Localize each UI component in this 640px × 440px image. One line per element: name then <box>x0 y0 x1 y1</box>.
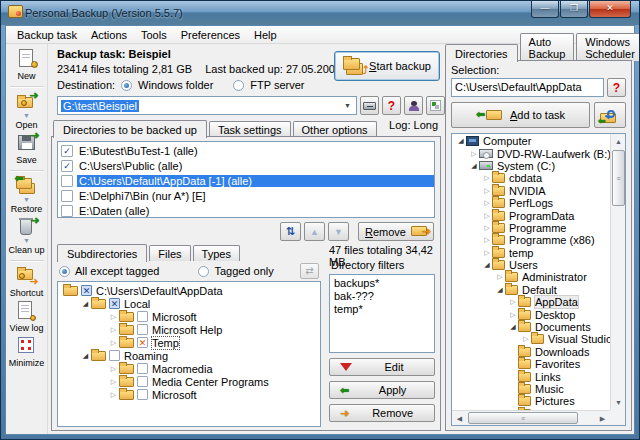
directory-checkbox[interactable] <box>61 190 73 202</box>
backup-directory-list[interactable]: E:\Butest\BuTest-1 (alle) C:\Users\Publi… <box>57 141 435 218</box>
filter-item[interactable]: temp* <box>334 303 430 316</box>
tab-files[interactable]: Files <box>149 245 190 261</box>
tag-checkbox[interactable] <box>81 285 92 296</box>
expander-icon[interactable] <box>108 339 119 347</box>
chevron-down-icon[interactable]: ▼ <box>23 197 30 203</box>
menu-item[interactable]: Help <box>247 27 284 43</box>
close-window-button[interactable]: ✕ <box>589 1 631 18</box>
computer-tree-row[interactable]: AppData <box>452 296 610 308</box>
tab-directories-to-backup[interactable]: Directories to be backed up <box>53 120 207 138</box>
menu-item[interactable]: Actions <box>84 27 134 43</box>
tag-checkbox[interactable] <box>137 376 148 387</box>
sidebar-item-restore[interactable]: ⬅ ▼ Restore <box>11 175 43 214</box>
filter-item[interactable]: backups* <box>334 277 430 290</box>
expander-icon[interactable] <box>482 187 492 195</box>
directory-checkbox[interactable] <box>61 145 73 157</box>
menu-item[interactable]: Tools <box>134 27 174 43</box>
expander-icon[interactable] <box>456 137 466 145</box>
expander-icon[interactable] <box>495 273 505 281</box>
directory-checkbox[interactable] <box>61 175 73 187</box>
chevron-down-icon[interactable]: ▼ <box>23 113 30 119</box>
computer-tree-row[interactable]: Programme <box>452 222 610 234</box>
scroll-down-icon[interactable]: ▼ <box>611 395 626 410</box>
expander-icon[interactable] <box>108 391 119 399</box>
scroll-up-icon[interactable]: ▲ <box>611 134 626 149</box>
all-except-tagged-radio[interactable] <box>59 266 70 277</box>
start-backup-button[interactable]: ⤴ Start backup <box>334 51 440 81</box>
target-path-combobox[interactable]: G:\test\Beispiel ▼ <box>57 96 357 115</box>
expander-icon[interactable] <box>482 236 492 244</box>
expander-icon[interactable] <box>482 224 492 232</box>
tab-task-settings[interactable]: Task settings <box>209 121 291 137</box>
chevron-down-icon[interactable]: ▼ <box>23 238 30 244</box>
scroll-right-icon[interactable]: ▶ <box>595 411 610 426</box>
directory-list-row[interactable]: C:\Users\Public (alle) <box>58 158 434 173</box>
subdirectory-tree-row[interactable]: Microsoft <box>58 388 320 401</box>
sidebar-item-shortcut[interactable]: ➜ Shortcut <box>10 265 44 298</box>
search-directory-button[interactable]: ⬅ <box>594 102 626 128</box>
tag-checkbox[interactable] <box>137 324 148 335</box>
expander-icon[interactable] <box>482 174 492 182</box>
expander-icon[interactable] <box>508 298 518 306</box>
destination-ftp-radio[interactable] <box>233 80 244 91</box>
directory-checkbox[interactable] <box>61 160 73 172</box>
expander-icon[interactable] <box>80 300 91 308</box>
expander-icon[interactable] <box>508 311 518 319</box>
expander-icon[interactable] <box>482 199 492 207</box>
scroll-left-icon[interactable]: ◀ <box>452 411 467 426</box>
sidebar-item-save[interactable]: ➜ Save <box>15 132 39 165</box>
subdirectory-tree-row[interactable]: Media Center Programs <box>58 375 320 388</box>
computer-tree-row[interactable]: Favorites <box>452 358 610 370</box>
computer-tree[interactable]: Computer DVD-RW-Laufwerk (B:) System (C:… <box>452 135 610 410</box>
sidebar-item-cleanup[interactable]: ➜ ▼ Clean up <box>8 216 44 255</box>
apply-filter-button[interactable]: ⬅ Apply <box>329 381 435 399</box>
tag-checkbox[interactable] <box>109 298 120 309</box>
expander-icon[interactable] <box>108 326 119 334</box>
computer-tree-row[interactable]: Computer <box>452 135 610 147</box>
directory-list-row[interactable]: E:\Delphi7\Bin (nur A*) [E] <box>58 188 434 203</box>
subdirectory-tree-row[interactable]: Temp <box>58 336 320 349</box>
tab-types[interactable]: Types <box>193 245 240 261</box>
computer-tree-row[interactable]: Programme (x86) <box>452 234 610 246</box>
tag-checkbox[interactable] <box>137 363 148 374</box>
sort-button[interactable]: ⇅ <box>280 222 301 241</box>
computer-tree-row[interactable]: Pictures <box>452 395 610 407</box>
tagged-only-radio[interactable] <box>198 266 209 277</box>
selection-path-input[interactable]: C:\Users\Default\AppData <box>451 78 604 97</box>
move-up-button[interactable]: ▲ <box>304 222 325 241</box>
expander-icon[interactable] <box>495 286 505 294</box>
maximize-window-button[interactable]: ❐ <box>560 1 588 18</box>
menu-item[interactable]: Backup task <box>10 27 84 43</box>
destination-windows-label[interactable]: Windows folder <box>138 79 213 91</box>
drive-select-button[interactable] <box>360 96 379 115</box>
subdirectory-tree-row[interactable]: Local <box>58 297 320 310</box>
computer-tree-row[interactable]: Downloads <box>452 346 610 358</box>
expander-icon[interactable] <box>482 249 492 257</box>
move-down-button[interactable]: ▼ <box>328 222 349 241</box>
expander-icon[interactable] <box>482 261 492 269</box>
directory-checkbox[interactable] <box>61 205 73 217</box>
subdirectory-tree-row[interactable]: Microsoft <box>58 310 320 323</box>
computer-tree-row[interactable]: Administrator <box>452 271 610 283</box>
path-help-button[interactable]: ? <box>382 96 401 115</box>
vertical-scroll-thumb[interactable]: ≡ <box>612 150 625 206</box>
computer-tree-row[interactable]: Visual Studio 200 <box>452 333 610 345</box>
tab-windows-scheduler[interactable]: Windows Scheduler <box>576 33 640 61</box>
expander-icon[interactable] <box>508 323 518 331</box>
computer-tree-row[interactable]: ProgramData <box>452 209 610 221</box>
refresh-subdirectories-button[interactable]: ⇄ <box>300 263 319 279</box>
directory-list-row[interactable]: E:\Butest\BuTest-1 (alle) <box>58 143 434 158</box>
minimize-window-button[interactable]: — <box>531 1 559 18</box>
destination-ftp-label[interactable]: FTP server <box>250 79 304 91</box>
sidebar-item-viewlog[interactable]: View log <box>10 300 44 333</box>
expander-icon[interactable] <box>108 365 119 373</box>
tag-checkbox[interactable] <box>137 389 148 400</box>
expander-icon[interactable] <box>108 378 119 386</box>
add-to-task-button[interactable]: ⬅ Add to task <box>451 102 590 128</box>
remove-directory-button[interactable]: Remove ➜ <box>358 222 434 241</box>
tab-auto-backup[interactable]: Auto Backup <box>520 33 575 61</box>
sidebar-item-open[interactable]: ➜ ▼ Open <box>15 91 39 130</box>
horizontal-scrollbar[interactable]: ◀ ≡ ▶ <box>452 410 610 425</box>
computer-tree-row[interactable]: System (C:) <box>452 160 610 172</box>
directory-list-row[interactable]: C:\Users\Default\AppData [-1] (alle) <box>58 173 434 188</box>
